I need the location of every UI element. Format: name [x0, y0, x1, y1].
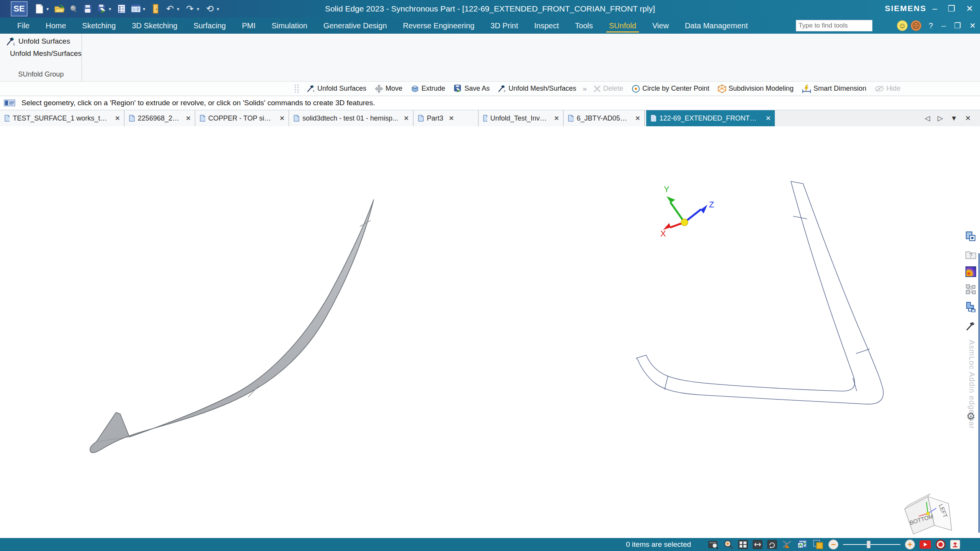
- tab-scroll-left-icon[interactable]: ◁: [924, 114, 930, 122]
- toolbar-extrude-button[interactable]: Extrude: [407, 85, 449, 93]
- close-tab-icon[interactable]: ✕: [635, 114, 640, 122]
- app-logo[interactable]: SE: [11, 1, 28, 16]
- open-button[interactable]: [54, 3, 65, 15]
- save-button[interactable]: [82, 3, 93, 15]
- doc-restore-button[interactable]: ❐: [954, 21, 961, 30]
- help-button[interactable]: ?: [929, 21, 933, 30]
- close-tab-icon[interactable]: ✕: [766, 114, 771, 122]
- layers-button[interactable]: [965, 301, 977, 313]
- undo-button[interactable]: ↶: [164, 3, 176, 15]
- menu-tab-inspect[interactable]: Inspect: [526, 18, 567, 33]
- close-tab-icon[interactable]: ✕: [115, 114, 120, 122]
- zoom-slider-handle[interactable]: [867, 541, 871, 548]
- redo-button[interactable]: ↷: [184, 3, 196, 15]
- record-button[interactable]: [936, 540, 946, 549]
- doc-tab-1[interactable]: TEST_SURFACE_1 works_test.p... ✕: [0, 110, 124, 126]
- new-document-dropdown-icon[interactable]: ▾: [46, 6, 51, 12]
- redo-dropdown-icon[interactable]: ▾: [197, 6, 201, 12]
- close-tab-icon[interactable]: ✕: [554, 114, 559, 122]
- doc-tab-5[interactable]: Part3 ✕: [413, 110, 479, 126]
- toolbar-overflow-icon[interactable]: »: [580, 85, 589, 93]
- view-orientation-button[interactable]: [782, 540, 792, 549]
- menu-tab-simulation[interactable]: Simulation: [263, 18, 315, 33]
- play-video-button[interactable]: [920, 540, 931, 549]
- doc-minimize-button[interactable]: –: [941, 21, 946, 30]
- sunfold-edge-button[interactable]: [965, 320, 977, 332]
- doc-tab-3[interactable]: COPPER - TOP simple ✕: [195, 110, 289, 126]
- menu-tab-reverse-engineering[interactable]: Reverse Engineering: [395, 18, 483, 33]
- menu-tab-view[interactable]: View: [644, 18, 677, 33]
- menu-tab-3d-sketching[interactable]: 3D Sketching: [124, 18, 185, 33]
- view-cube[interactable]: BOTTOM LEFT: [905, 494, 952, 534]
- toolbar-delete-button[interactable]: Delete: [589, 85, 627, 93]
- addin-settings-button[interactable]: ⚙: [965, 410, 977, 422]
- face-overlays-button[interactable]: [812, 540, 824, 549]
- undo-dropdown-icon[interactable]: ▾: [177, 6, 181, 12]
- doc-tab-7[interactable]: 6_JBTY-AD05021 ✕: [564, 110, 645, 126]
- doc-close-button[interactable]: ✕: [969, 21, 976, 30]
- rotate-view-button[interactable]: [767, 540, 777, 549]
- toolbar-smart-dimension-button[interactable]: Smart Dimension: [798, 85, 871, 93]
- minimize-button[interactable]: –: [933, 4, 937, 14]
- close-button[interactable]: ✕: [966, 4, 973, 14]
- link-sphere-icon[interactable]: [68, 3, 79, 15]
- pan-button[interactable]: [753, 540, 763, 549]
- search-input[interactable]: [799, 22, 883, 29]
- unfold-mesh-surfaces-button[interactable]: 2 Unfold Mesh/Surfaces: [6, 49, 82, 58]
- fit-view-button[interactable]: [738, 540, 748, 549]
- revert-button[interactable]: ⟲: [204, 3, 216, 15]
- save-as-dropdown-icon[interactable]: ▾: [109, 6, 113, 12]
- doc-tab-4[interactable]: solid3dtech - test 01 - hemisp... ✕: [289, 110, 413, 126]
- menu-tab-3d-print[interactable]: 3D Print: [482, 18, 526, 33]
- wireframe-part[interactable]: [636, 181, 883, 404]
- toolbar-circle-center-button[interactable]: Circle by Center Point: [627, 85, 714, 93]
- feature-library-button[interactable]: ?: [965, 249, 977, 261]
- toolbar-unfold-mesh-button[interactable]: 2 Unfold Mesh/Surfaces: [494, 85, 580, 93]
- tab-scroll-right-icon[interactable]: ▷: [938, 114, 943, 122]
- restore-button[interactable]: ❐: [948, 4, 956, 14]
- doc-tab-2[interactable]: 2256968_2_P ✕: [124, 110, 195, 126]
- menu-tab-generative-design[interactable]: Generative Design: [315, 18, 395, 33]
- toolbar-save-as-button[interactable]: Save As: [449, 85, 494, 93]
- close-tab-icon[interactable]: ✕: [186, 114, 191, 122]
- zoom-button[interactable]: [724, 540, 733, 549]
- menu-tab-data-management[interactable]: Data Management: [677, 18, 756, 33]
- close-tab-icon[interactable]: ✕: [449, 114, 454, 122]
- tab-list-dropdown-icon[interactable]: ▼: [951, 114, 957, 122]
- menu-tab-surfacing[interactable]: Surfacing: [185, 18, 234, 33]
- toolbar-move-button[interactable]: Move: [371, 85, 407, 93]
- doc-tab-6[interactable]: Unfold_Test_Inventor2016 ✕: [479, 110, 564, 126]
- zoom-out-button[interactable]: −: [828, 540, 838, 549]
- save-as-button[interactable]: [96, 3, 108, 15]
- color-manager-button[interactable]: [965, 266, 977, 278]
- options-window-button[interactable]: [130, 3, 142, 15]
- share-button[interactable]: [950, 540, 960, 549]
- menu-tab-tools[interactable]: Tools: [567, 18, 601, 33]
- properties-button[interactable]: [116, 3, 127, 15]
- doc-tab-8-active[interactable]: 122-69_EXTENDED_FRONT_C... ✕: [646, 110, 775, 126]
- exit-door-button[interactable]: [150, 3, 162, 15]
- model-viewport[interactable]: Y Z X BOTTOM LEFT: [0, 126, 980, 538]
- unfold-surfaces-button[interactable]: 1 Unfold Surfaces: [6, 37, 82, 46]
- solid-part[interactable]: [90, 200, 374, 453]
- menu-tab-pmi[interactable]: PMI: [234, 18, 264, 33]
- zoom-slider[interactable]: [843, 538, 900, 551]
- zoom-in-button[interactable]: +: [905, 540, 915, 549]
- feedback-smiley-icon[interactable]: ☺: [897, 20, 908, 31]
- relationships-button[interactable]: [965, 283, 977, 295]
- toolbar-drag-handle[interactable]: [295, 85, 299, 93]
- tab-close-icon[interactable]: ✕: [965, 114, 971, 122]
- tool-search[interactable]: [796, 20, 872, 31]
- new-document-button[interactable]: [34, 3, 45, 15]
- view-styles-button[interactable]: [797, 540, 808, 549]
- close-tab-icon[interactable]: ✕: [403, 114, 409, 122]
- qat-customize-dropdown-icon[interactable]: ▾: [217, 6, 221, 12]
- close-tab-icon[interactable]: ✕: [279, 114, 285, 122]
- toolbar-unfold-surfaces-button[interactable]: 1 Unfold Surfaces: [303, 85, 371, 93]
- menu-tab-file[interactable]: File: [9, 18, 38, 33]
- pathfinder-panel-button[interactable]: [965, 230, 977, 243]
- menu-tab-sunfold[interactable]: SUnfold: [601, 18, 644, 33]
- feedback-frown-icon[interactable]: ☹: [911, 20, 921, 31]
- options-dropdown-icon[interactable]: ▾: [143, 6, 147, 12]
- menu-tab-sketching[interactable]: Sketching: [74, 18, 124, 33]
